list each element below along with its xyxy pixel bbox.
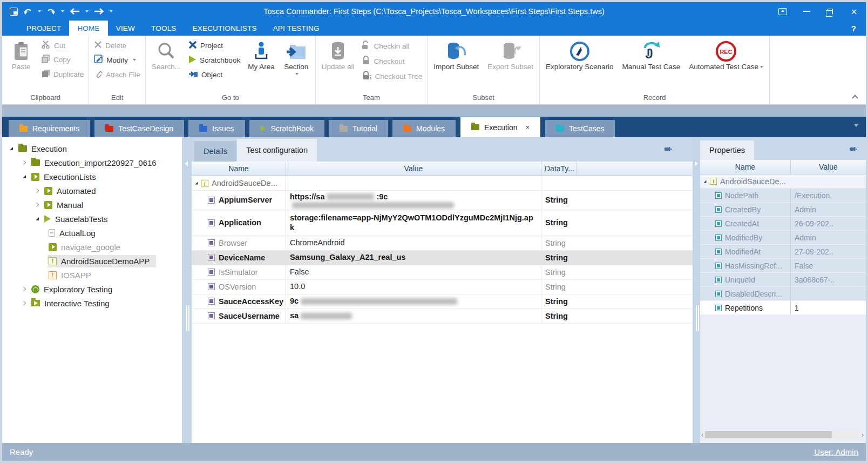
pin-icon[interactable] bbox=[849, 145, 857, 153]
collapse-icon[interactable] bbox=[21, 285, 28, 293]
forward-dropdown-icon[interactable] bbox=[110, 10, 113, 12]
redo-dropdown-icon[interactable] bbox=[61, 10, 64, 12]
close-tab-icon[interactable]: × bbox=[526, 123, 530, 131]
app-icon[interactable] bbox=[9, 5, 19, 17]
tree-item-androidsaucedemoapp[interactable]: !AndroidSauceDemoAPP bbox=[2, 254, 182, 268]
delete-button[interactable]: Delete bbox=[91, 38, 143, 52]
tree-item-exploratory-testing[interactable]: Exploratory Testing bbox=[2, 282, 182, 296]
left-splitter[interactable] bbox=[182, 137, 192, 443]
tree-item-automated[interactable]: Automated bbox=[2, 184, 182, 198]
scroll-right-icon[interactable]: › bbox=[862, 431, 864, 439]
column-value[interactable]: Value bbox=[286, 162, 541, 176]
import-subset-button[interactable]: Import Subset bbox=[430, 38, 483, 72]
property-row-uniqueid[interactable]: UniqueId 3a068c67-.. bbox=[700, 273, 866, 287]
config-row-sauceusername[interactable]: SauceUsername sa String bbox=[192, 309, 693, 324]
config-row-sauceaccesskey[interactable]: SauceAccessKey 9c String bbox=[192, 294, 693, 309]
expand-icon[interactable] bbox=[704, 180, 707, 183]
goto-project-button[interactable]: Project bbox=[186, 38, 243, 53]
collapse-panel-icon[interactable] bbox=[695, 161, 698, 166]
tree-item-iosapp[interactable]: !IOSAPP bbox=[2, 268, 182, 282]
my-area-button[interactable]: My Area bbox=[244, 38, 279, 72]
collapse-icon[interactable] bbox=[21, 159, 28, 166]
workspace-tab-testcasedesign[interactable]: TestCaseDesign bbox=[94, 120, 184, 137]
splitter-grip[interactable] bbox=[696, 305, 697, 331]
right-splitter[interactable] bbox=[693, 137, 700, 443]
collapse-ribbon-icon[interactable] bbox=[852, 95, 858, 100]
expand-icon[interactable] bbox=[8, 145, 15, 152]
property-row-modifiedby[interactable]: ModifiedBy Admin bbox=[700, 231, 866, 245]
checkout-tree-button[interactable]: Checkout Tree bbox=[359, 69, 425, 84]
workspace-tab-execution[interactable]: Execution × bbox=[460, 117, 541, 137]
tab-test-configuration[interactable]: Test configuration bbox=[237, 139, 317, 162]
checkout-button[interactable]: Checkout bbox=[359, 53, 425, 69]
modify-button[interactable]: Modify bbox=[91, 52, 143, 68]
section-button[interactable]: Section bbox=[280, 38, 313, 75]
search-button[interactable]: Search... bbox=[148, 38, 185, 72]
tab-details[interactable]: Details bbox=[194, 141, 236, 162]
restore-button[interactable] bbox=[818, 3, 842, 19]
tree-item-interactive-testing[interactable]: Interactive Testing bbox=[2, 296, 182, 310]
user-link[interactable]: User: Admin bbox=[814, 447, 858, 457]
goto-object-button[interactable]: Object bbox=[186, 68, 243, 82]
expand-icon[interactable] bbox=[21, 173, 28, 180]
config-row-appiumserver[interactable]: AppiumServer https://sa:9c String bbox=[192, 191, 693, 210]
config-row-browser[interactable]: Browser ChromeAndroid String bbox=[192, 236, 693, 251]
workspace-tab-issues[interactable]: Issues bbox=[188, 120, 245, 137]
collapse-icon[interactable] bbox=[33, 187, 41, 194]
paste-button[interactable]: Paste bbox=[4, 38, 38, 72]
tree-item-executionlists[interactable]: ExecutionLists bbox=[2, 170, 182, 184]
tab-properties[interactable]: Properties bbox=[700, 140, 754, 160]
config-row-issimulator[interactable]: IsSimulator False String bbox=[192, 265, 693, 280]
export-subset-button[interactable]: Export Subset bbox=[484, 38, 537, 72]
workspace-tab-tutorial[interactable]: Tutorial bbox=[329, 120, 388, 137]
checkin-all-button[interactable]: Checkin all bbox=[359, 38, 425, 53]
tree-item-execution[interactable]: Execution bbox=[2, 142, 182, 156]
ribbon-display-options-icon[interactable] bbox=[771, 3, 795, 19]
property-row-createdby[interactable]: CreatedBy Admin bbox=[700, 203, 866, 217]
undo-dropdown-icon[interactable] bbox=[38, 10, 41, 12]
property-row-createdat[interactable]: CreatedAt 26-09-202.. bbox=[700, 217, 866, 231]
tab-executionlists[interactable]: EXECUTIONLISTS bbox=[185, 21, 265, 36]
property-row-hasmissingref[interactable]: HasMissingRef... False bbox=[700, 259, 866, 273]
attach-file-button[interactable]: Attach File bbox=[91, 68, 143, 82]
column-name[interactable]: Name bbox=[700, 160, 791, 174]
tree-item-navigate-google[interactable]: navigate_google bbox=[2, 240, 182, 254]
splitter-grip[interactable] bbox=[186, 305, 187, 331]
property-row-modifiedat[interactable]: ModifiedAt 27-09-202.. bbox=[700, 245, 866, 259]
section-dropdown-icon[interactable] bbox=[295, 73, 299, 75]
collapse-icon[interactable] bbox=[33, 201, 41, 209]
tabstrip-dropdown-icon[interactable] bbox=[854, 124, 858, 127]
tab-project[interactable]: PROJECT bbox=[18, 21, 69, 36]
config-row-devicename[interactable]: DeviceName Samsung_Galaxy_A21_real_us St… bbox=[192, 251, 693, 265]
update-all-button[interactable]: Update all bbox=[318, 38, 358, 72]
property-row-nodepath[interactable]: NodePath /Execution. bbox=[700, 189, 866, 203]
pin-icon[interactable] bbox=[663, 145, 672, 153]
automated-dropdown-icon[interactable] bbox=[760, 66, 763, 68]
scrollbar-thumb[interactable] bbox=[705, 431, 832, 438]
redo-icon[interactable] bbox=[45, 5, 57, 17]
back-icon[interactable] bbox=[69, 5, 81, 17]
property-row-repetitions[interactable]: Repetitions 1 bbox=[700, 301, 866, 315]
cut-button[interactable]: Cut bbox=[39, 38, 86, 52]
tab-tools[interactable]: TOOLS bbox=[143, 21, 185, 36]
scrollbar-track[interactable] bbox=[705, 431, 859, 438]
collapse-panel-icon[interactable] bbox=[185, 161, 188, 166]
workspace-tab-scratchbook[interactable]: ScratchBook bbox=[249, 120, 324, 137]
help-icon[interactable]: ? bbox=[851, 21, 856, 36]
config-row-application[interactable]: Application storage:filename=app-NjMyY2Q… bbox=[192, 210, 693, 236]
tree-item-suacelabtests[interactable]: SuacelabTests bbox=[2, 212, 182, 226]
properties-group-row[interactable]: ! AndroidSauceDe... bbox=[700, 175, 866, 189]
manual-test-case-button[interactable]: Manual Test Case bbox=[618, 38, 684, 72]
expand-icon[interactable] bbox=[33, 215, 41, 223]
config-group-row[interactable]: ! AndroidSauceDe... bbox=[192, 176, 693, 191]
column-name[interactable]: Name bbox=[192, 162, 286, 176]
property-row-disableddescription[interactable]: DisabledDescri... bbox=[700, 287, 866, 301]
automated-test-case-button[interactable]: REC Automated Test Case bbox=[685, 38, 767, 72]
goto-scratchbook-button[interactable]: Scratchbook bbox=[186, 53, 243, 68]
workspace-tab-requirements[interactable]: Requirements bbox=[9, 120, 90, 137]
tree-item-actuallog[interactable]: ActualLog bbox=[2, 226, 182, 240]
forward-icon[interactable] bbox=[93, 5, 105, 17]
collapse-icon[interactable] bbox=[21, 299, 28, 307]
tab-home[interactable]: HOME bbox=[69, 21, 107, 36]
close-button[interactable]: × bbox=[842, 3, 866, 19]
